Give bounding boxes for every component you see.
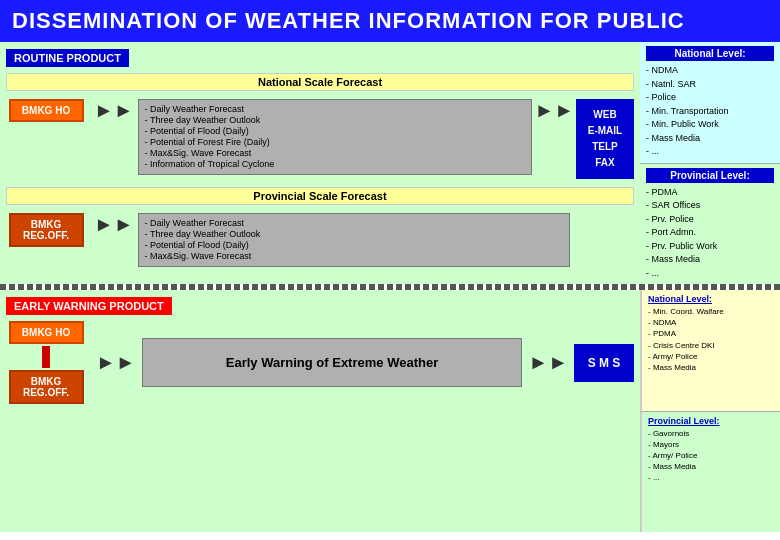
bmkg-ho-box-ew: BMKG HO	[9, 321, 84, 344]
national-scale-title: National Scale Forecast	[6, 73, 634, 91]
national-level-items: - NDMA - Natnl. SAR - Police - Min. Tran…	[646, 64, 774, 159]
red-connector-top	[42, 346, 50, 368]
arrow-national: ►►	[94, 99, 134, 122]
provincial-level-bottom-items: - Gavornois - Mayors - Army/ Police - Ma…	[648, 428, 774, 484]
arrow-provincial: ►►	[94, 213, 134, 236]
web-email-box: WEB E-MAIL TELP FAX	[576, 99, 634, 179]
provincial-scale-title: Provincial Scale Forecast	[6, 187, 634, 205]
early-warning-label: EARLY WARNING PRODUCT	[6, 296, 634, 321]
bmkg-ho-box-national: BMKG HO	[9, 99, 84, 122]
arrow-ew: ►►	[96, 351, 136, 374]
provincial-level-title: Provincial Level:	[646, 168, 774, 183]
sms-box: S M S	[574, 344, 634, 382]
provincial-level-bottom-title: Provincial Level:	[648, 416, 774, 426]
routine-label: ROUTINE PRODUCT	[6, 48, 634, 73]
ew-center-box: Early Warning of Extreme Weather	[142, 338, 523, 387]
page-title: DISSEMINATION OF WEATHER INFORMATION FOR…	[0, 0, 780, 42]
bmkg-reg-box-provincial: BMKG REG.OFF.	[9, 213, 84, 247]
provincial-items-box: - Daily Weather Forecast - Three day Wea…	[138, 213, 570, 267]
national-level-bottom-title: National Level:	[648, 294, 774, 304]
arrow-ew-to-sms: ►►	[528, 351, 568, 374]
national-level-bottom-items: - Min. Coord. Walfare - NDMA - PDMA - Cr…	[648, 306, 774, 373]
national-level-title: National Level:	[646, 46, 774, 61]
bmkg-reg-box-ew: BMKG REG.OFF.	[9, 370, 84, 404]
provincial-level-items: - PDMA - SAR Offices - Prv. Police - Por…	[646, 186, 774, 281]
arrow-to-web: ►►	[534, 99, 574, 122]
national-items-box: - Daily Weather Forecast - Three day Wea…	[138, 99, 533, 175]
